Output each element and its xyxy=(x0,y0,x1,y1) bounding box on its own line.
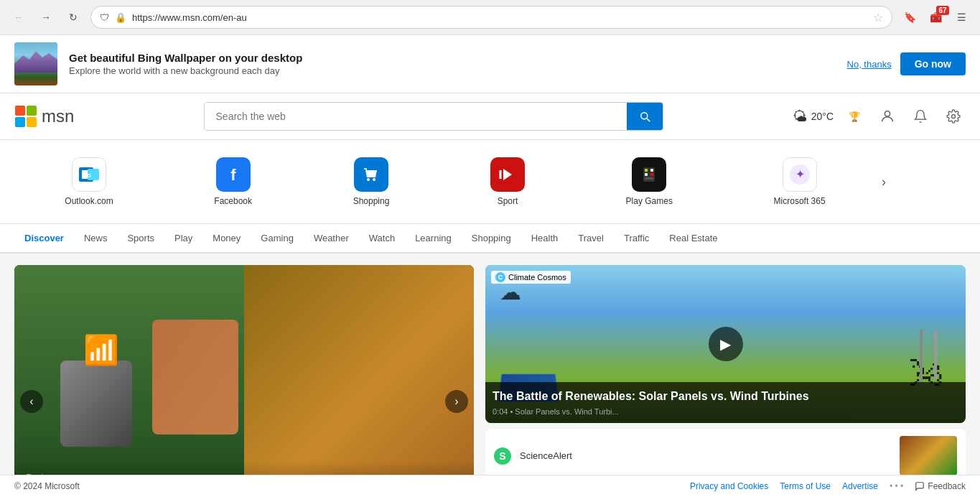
news-grid: 📶 Ryoko Review: Why Everyone is Going Cr… xyxy=(14,265,966,497)
tab-learning[interactable]: Learning xyxy=(405,224,462,254)
msn-header: msn 🌤 20°C 🏆 xyxy=(0,93,980,140)
feedback-button[interactable]: Feedback xyxy=(915,481,966,491)
microsoft365-label: Microsoft 365 xyxy=(774,196,826,206)
feedback-icon xyxy=(915,481,925,491)
side-article-overlay: The Battle of Renewables: Solar Panels v… xyxy=(485,382,966,423)
quick-links-inner: o Outlook.com f Facebook xyxy=(14,152,876,212)
tab-watch[interactable]: Watch xyxy=(359,224,405,254)
svg-rect-23 xyxy=(650,173,653,176)
shopping-icon xyxy=(354,157,388,192)
carousel-prev-button[interactable]: ‹ xyxy=(20,390,43,413)
bing-banner-actions: No, thanks Go now xyxy=(847,52,966,75)
tab-real-estate[interactable]: Real Estate xyxy=(659,224,727,254)
svg-point-15 xyxy=(373,178,375,181)
carousel-next-button[interactable]: › xyxy=(445,390,468,413)
refresh-button[interactable]: ↻ xyxy=(63,7,83,27)
notifications-button[interactable] xyxy=(908,104,933,129)
extensions-button[interactable]: 🧰 67 xyxy=(925,7,946,27)
tab-shopping[interactable]: Shopping xyxy=(462,224,521,254)
trophy-button[interactable]: 🏆 xyxy=(842,104,867,129)
svg-rect-2 xyxy=(15,117,25,127)
main-article[interactable]: 📶 Ryoko Review: Why Everyone is Going Cr… xyxy=(14,265,474,497)
footer-links: Privacy and Cookies Terms of Use Adverti… xyxy=(690,481,966,491)
bing-banner-text: Get beautiful Bing Wallpaper on your des… xyxy=(69,52,836,76)
pocket-button[interactable]: 🔖 xyxy=(900,7,920,27)
quick-links-next-arrow[interactable]: › xyxy=(876,169,892,195)
bing-banner-title: Get beautiful Bing Wallpaper on your des… xyxy=(69,52,836,64)
go-now-button[interactable]: Go now xyxy=(900,52,966,75)
profile-button[interactable] xyxy=(875,104,900,129)
tab-news[interactable]: News xyxy=(74,224,118,254)
side-video-article[interactable]: 🌬 ☁ ▶ C Climate Cosmos The Battle of xyxy=(485,265,966,423)
quick-link-microsoft365[interactable]: ✦ Microsoft 365 xyxy=(760,152,840,212)
science-alert-source: ScienceAlert xyxy=(520,450,891,461)
tab-travel[interactable]: Travel xyxy=(568,224,614,254)
header-right: 🌤 20°C 🏆 xyxy=(793,104,966,129)
svg-rect-0 xyxy=(15,106,25,116)
feedback-label: Feedback xyxy=(928,481,966,491)
bing-banner-subtitle: Explore the world with a new background … xyxy=(69,65,836,76)
extension-count: 67 xyxy=(936,6,948,15)
tab-weather[interactable]: Weather xyxy=(304,224,359,254)
forward-button[interactable]: → xyxy=(36,7,56,27)
side-articles: 🌬 ☁ ▶ C Climate Cosmos The Battle of xyxy=(485,265,966,497)
svg-point-4 xyxy=(885,111,890,116)
video-source-badge: C Climate Cosmos xyxy=(491,271,571,284)
svg-point-5 xyxy=(952,115,956,119)
svg-rect-1 xyxy=(27,106,37,116)
sport-label: Sport xyxy=(498,196,518,206)
bing-banner: Get beautiful Bing Wallpaper on your des… xyxy=(0,35,980,93)
svg-text:o: o xyxy=(87,172,91,179)
sport-icon xyxy=(490,157,525,192)
bell-icon xyxy=(913,109,928,124)
tab-money[interactable]: Money xyxy=(202,224,251,254)
shopping-label: Shopping xyxy=(353,196,390,206)
tab-discover[interactable]: Discover xyxy=(14,224,74,254)
privacy-link[interactable]: Privacy and Cookies xyxy=(690,481,768,491)
menu-button[interactable]: ☰ xyxy=(951,7,971,27)
tab-gaming[interactable]: Gaming xyxy=(251,224,304,254)
back-button[interactable]: ← xyxy=(9,7,29,27)
url-display: https://www.msn.com/en-au xyxy=(132,12,867,23)
facebook-icon: f xyxy=(216,157,251,192)
bing-wallpaper-thumbnail xyxy=(14,42,57,85)
profile-icon xyxy=(879,108,895,124)
weather-widget: 🌤 20°C xyxy=(793,108,834,125)
play-games-label: Play Games xyxy=(626,196,673,206)
address-bar: 🛡 🔒 https://www.msn.com/en-au ☆ xyxy=(90,6,892,29)
svg-rect-20 xyxy=(645,169,648,172)
footer-more-dots[interactable]: • • • xyxy=(890,481,903,491)
search-button[interactable] xyxy=(627,103,663,130)
svg-rect-22 xyxy=(645,173,648,176)
search-bar xyxy=(204,102,663,131)
tab-health[interactable]: Health xyxy=(521,224,569,254)
video-source-name: Climate Cosmos xyxy=(508,273,566,282)
quick-link-facebook[interactable]: f Facebook xyxy=(200,152,266,212)
msn-logo-icon xyxy=(14,105,37,128)
quick-link-outlook[interactable]: o Outlook.com xyxy=(50,152,127,212)
search-input[interactable] xyxy=(205,103,627,130)
microsoft365-icon: ✦ xyxy=(783,157,817,192)
settings-button[interactable] xyxy=(941,104,966,129)
main-content: 📶 Ryoko Review: Why Everyone is Going Cr… xyxy=(0,254,980,497)
terms-link[interactable]: Terms of Use xyxy=(780,481,831,491)
quick-link-sport[interactable]: Sport xyxy=(476,152,539,212)
gear-icon xyxy=(946,109,961,124)
no-thanks-button[interactable]: No, thanks xyxy=(847,59,892,70)
facebook-label: Facebook xyxy=(214,196,252,206)
footer: © 2024 Microsoft Privacy and Cookies Ter… xyxy=(0,475,980,497)
tab-traffic[interactable]: Traffic xyxy=(614,224,659,254)
science-alert-thumbnail xyxy=(900,436,957,475)
tab-sports[interactable]: Sports xyxy=(117,224,164,254)
svg-text:f: f xyxy=(230,166,236,184)
search-icon xyxy=(638,110,651,123)
msn-logo: msn xyxy=(14,105,74,128)
advertise-link[interactable]: Advertise xyxy=(842,481,878,491)
quick-link-shopping[interactable]: Shopping xyxy=(339,152,404,212)
video-play-button[interactable]: ▶ xyxy=(709,327,743,361)
outlook-label: Outlook.com xyxy=(65,196,113,206)
tab-play[interactable]: Play xyxy=(164,224,202,254)
weather-temp: 20°C xyxy=(811,111,834,122)
nav-tabs: Discover News Sports Play Money Gaming W… xyxy=(0,224,980,254)
quick-link-play-games[interactable]: Play Games xyxy=(612,152,687,212)
